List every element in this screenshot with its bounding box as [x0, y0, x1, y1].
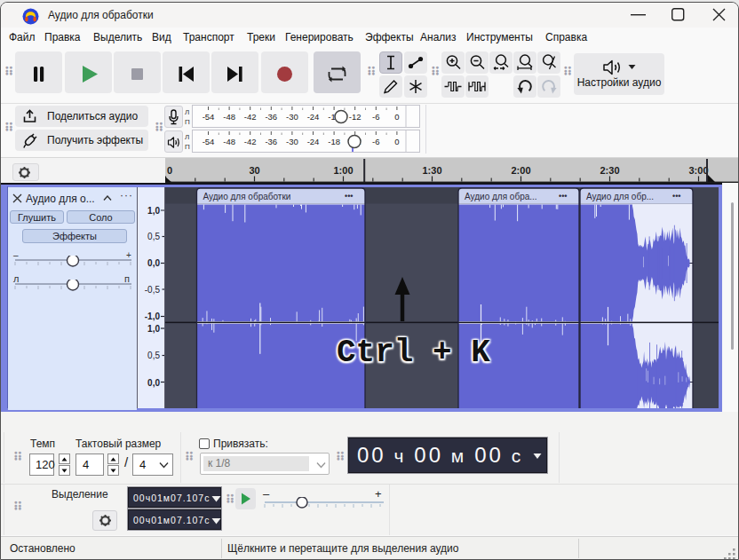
svg-text:-24: -24	[307, 112, 320, 122]
svg-text:30: 30	[249, 165, 259, 176]
svg-text:•••: •••	[345, 192, 353, 201]
svg-text:Аудио для обра...: Аудио для обра...	[465, 192, 537, 201]
svg-text:-48: -48	[223, 137, 235, 146]
svg-text:0: 0	[394, 112, 399, 122]
svg-text:-6: -6	[372, 112, 379, 122]
svg-text:0: 0	[394, 137, 399, 146]
svg-text:Аудио для обр...: Аудио для обр...	[586, 192, 654, 201]
svg-text:-30: -30	[286, 112, 298, 122]
svg-text:•••: •••	[559, 192, 567, 201]
svg-text:-42: -42	[244, 112, 257, 122]
svg-text:-54: -54	[203, 112, 215, 122]
svg-text:•••: •••	[672, 192, 680, 201]
svg-text:1:30: 1:30	[422, 165, 441, 176]
svg-text:-48: -48	[223, 112, 235, 122]
svg-text:1,0: 1,0	[147, 206, 160, 216]
svg-text:0,5: 0,5	[147, 232, 160, 241]
svg-text:3:00: 3:00	[688, 165, 708, 176]
svg-text:-36: -36	[265, 137, 277, 146]
svg-text:0: 0	[167, 165, 172, 176]
svg-text:-1,0: -1,0	[145, 312, 161, 321]
svg-text:Аудио для обработки: Аудио для обработки	[203, 192, 291, 201]
svg-text:0,0: 0,0	[147, 258, 160, 268]
svg-text:-12: -12	[349, 112, 362, 122]
svg-text:0,0: 0,0	[147, 378, 160, 388]
svg-text:-42: -42	[244, 137, 257, 146]
svg-text:0,5: 0,5	[147, 351, 160, 360]
svg-text:2:30: 2:30	[600, 165, 619, 176]
svg-text:-30: -30	[286, 137, 298, 146]
svg-text:1,0: 1,0	[147, 324, 160, 334]
svg-text:2:00: 2:00	[511, 165, 530, 176]
svg-text:-18: -18	[328, 137, 340, 146]
svg-text:1:00: 1:00	[333, 165, 353, 176]
svg-text:-36: -36	[265, 112, 277, 122]
svg-text:-6: -6	[372, 137, 379, 146]
svg-text:-54: -54	[203, 137, 215, 146]
svg-text:-24: -24	[307, 137, 320, 146]
svg-text:-0,5: -0,5	[145, 285, 161, 295]
